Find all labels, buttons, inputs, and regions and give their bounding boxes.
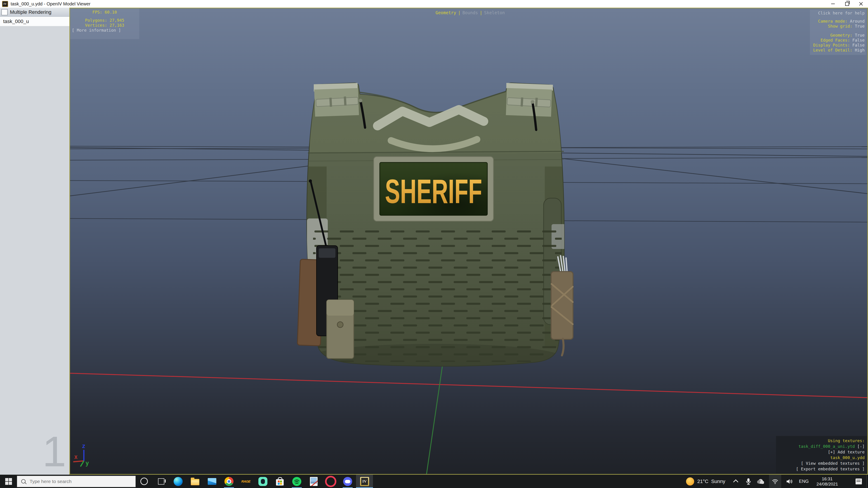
mail-icon [208,478,216,485]
tab-skeleton[interactable]: Skeleton [484,10,505,15]
vest-model: SHERIFF [297,83,573,371]
remove-texture-button[interactable]: [-] [855,444,865,449]
multiple-rendering-label: Multiple Rendering [10,9,51,15]
edged-faces-toggle-label[interactable]: Edged Faces: [820,38,852,42]
fps-readout: FPS: 60.10 [70,10,139,15]
openiv-window-icon: IV [2,1,8,7]
axis-z-label: z [82,443,86,449]
discord-icon [343,477,352,486]
edge-icon [174,477,183,486]
close-icon [859,2,863,6]
taskbar-app-openiv[interactable]: IV [356,475,373,488]
weather-sun-icon[interactable] [686,477,694,486]
taskbar-app-photos[interactable] [305,475,322,488]
restore-button[interactable] [840,0,854,8]
search-icon [21,479,26,484]
texture-file-link[interactable]: task_diff_000_a_uni.ytd [798,444,855,449]
onedrive-tray-icon[interactable] [756,475,764,488]
view-settings-panel: Click here for help Camera mode: Around … [810,10,866,55]
wifi-tray-icon[interactable] [769,475,781,488]
taskbar-app-rage[interactable]: RAGE [237,475,254,488]
photos-icon [310,477,318,486]
start-button[interactable] [0,475,17,488]
display-points-toggle-value: False [852,43,865,47]
microsoft-store-icon [276,479,284,486]
add-texture-button[interactable]: [+] Add texture [776,449,865,455]
task-view-icon [158,478,164,485]
close-button[interactable] [854,0,868,8]
task-view-button[interactable] [153,475,169,488]
tab-bounds[interactable]: Bounds [463,10,478,15]
level-of-detail-label[interactable]: Level of Detail: [813,48,855,53]
more-information-link[interactable]: [ More information ] [70,28,139,33]
vertices-readout: Vertices: 27,163 [70,23,139,28]
export-embedded-textures-button[interactable]: [ Export embedded textures ] [776,466,865,472]
polygons-readout: Polygons: 27,945 [70,18,139,23]
sheriff-patch-text: SHERIFF [385,172,482,210]
medal-icon [258,477,268,486]
stats-panel: FPS: 60.10 Polygons: 27,945 Vertices: 27… [70,8,139,39]
spotify-icon [292,477,301,486]
minimize-button[interactable] [826,0,840,8]
x-axis-line [70,373,867,398]
show-desktop-button[interactable] [866,475,868,488]
level-of-detail-value: High [855,48,865,53]
search-input[interactable] [29,479,129,484]
axis-gizmo: x z y [73,443,89,466]
model-list-sidebar: Multiple Rendering task_000_u 1 [0,8,69,475]
view-embedded-textures-button[interactable]: [ View embedded textures ] [776,460,865,466]
model-file-name: task_000_u.ydd [776,455,865,460]
cortana-button[interactable] [135,475,153,488]
taskbar-app-microsoft-store[interactable] [271,475,288,488]
taskbar-app-discord[interactable] [339,475,356,488]
tray-overflow-chevron-icon[interactable] [733,479,738,484]
taskbar-app-spotify[interactable] [288,475,305,488]
microphone-tray-icon[interactable] [745,475,751,488]
taskbar-app-mail[interactable] [204,475,220,488]
action-center-icon[interactable] [856,479,862,484]
textures-panel: Using textures: task_diff_000_a_uni.ytd … [776,436,867,474]
axis-x-label: x [74,453,78,460]
camera-mode-value: Around [850,19,865,24]
language-indicator[interactable]: ENG [799,479,809,484]
opera-icon [325,476,336,487]
system-tray: 21°C Sunny ENG 16:31 24/08/2021 [686,475,868,488]
taskbar-app-medal[interactable] [254,475,271,488]
chrome-icon [224,477,234,486]
tray-date: 24/08/2021 [816,482,838,487]
rage-icon: RAGE [241,480,250,483]
clock[interactable]: 16:31 24/08/2021 [816,476,838,487]
taskbar-app-edge[interactable] [169,475,186,488]
tab-geometry[interactable]: Geometry [436,10,456,15]
show-grid-label: Show grid: [828,24,855,29]
taskbar-app-file-explorer[interactable] [186,475,204,488]
tab-separator: | [456,10,462,15]
taskbar-search[interactable] [17,476,135,487]
y-axis-line [427,360,443,474]
taskbar: RAGE IV 21°C Sunny [0,475,868,488]
taskbar-app-chrome[interactable] [220,475,237,488]
model-viewport[interactable]: SHERIFF [69,8,868,475]
openiv-icon: IV [360,477,369,486]
taskbar-app-opera[interactable] [322,475,339,488]
geometry-toggle-label[interactable]: Geometry: [830,33,855,37]
multiple-rendering-checkbox[interactable] [1,9,8,15]
model-list-item[interactable]: task_000_u [0,17,69,26]
minimize-icon [831,4,835,4]
render-mode-tabs: Geometry|Bounds|Skeleton [423,10,518,15]
window-title: task_000_u.ydd - OpenIV Model Viewer [11,1,90,6]
help-link[interactable]: Click here for help [813,11,865,15]
model-canvas: SHERIFF [70,8,867,474]
tab-separator: | [478,10,484,15]
display-points-toggle-label[interactable]: Display Points: [813,43,852,47]
sheriff-patch: SHERIFF [374,157,493,221]
multiple-rendering-row[interactable]: Multiple Rendering [0,8,69,17]
weather-readout[interactable]: 21°C Sunny [698,479,725,484]
show-grid-value: True [855,24,865,29]
windows-logo-icon [5,478,12,485]
file-explorer-icon [191,479,199,485]
volume-tray-icon[interactable] [786,475,793,488]
title-bar: IV task_000_u.ydd - OpenIV Model Viewer [0,0,868,8]
page-watermark: 1 [42,430,66,473]
using-textures-heading: Using textures: [776,438,865,444]
